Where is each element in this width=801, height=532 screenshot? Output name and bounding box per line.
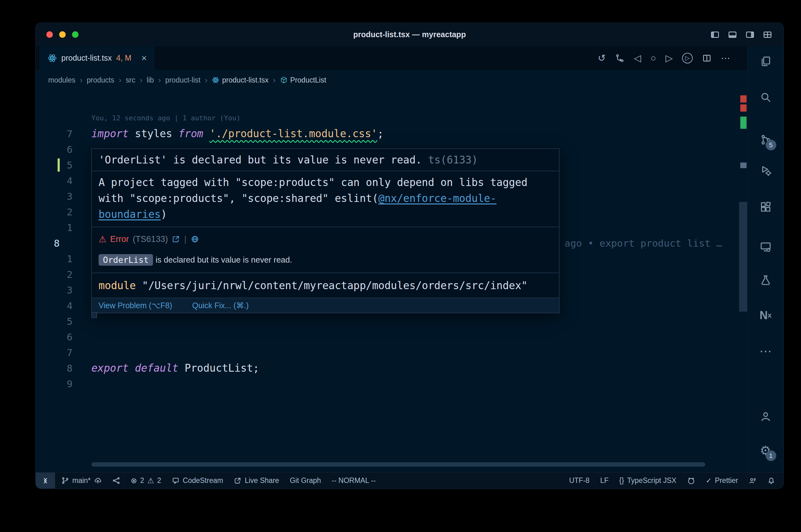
tab-close-icon[interactable]: × — [142, 53, 147, 63]
line-number[interactable]: 4 — [36, 173, 73, 189]
next-change-icon[interactable]: ▷ — [666, 54, 673, 63]
symbol-message-row: OrderList is declared but its value is n… — [98, 254, 552, 266]
line-number[interactable]: 6 — [36, 329, 73, 345]
remote-indicator[interactable] — [36, 473, 55, 489]
globe-icon[interactable] — [191, 235, 199, 243]
tab-label: product-list.tsx — [61, 54, 112, 62]
quick-fix-link[interactable]: Quick Fix... (⌘.) — [192, 301, 249, 310]
revert-change-icon[interactable]: ○ — [651, 54, 656, 63]
breadcrumb-file[interactable]: product-list.tsx — [212, 76, 269, 84]
breadcrumb-symbol[interactable]: ProductList — [280, 76, 326, 84]
timeline-icon[interactable]: ↺ — [598, 54, 606, 63]
horizontal-scrollbar[interactable] — [91, 462, 705, 467]
commit-graph-icon — [112, 477, 120, 484]
previous-change-icon[interactable]: ◁ — [634, 54, 641, 63]
more-actions-icon[interactable]: ⋯ — [721, 54, 730, 63]
line-number[interactable]: 4 — [36, 298, 73, 314]
braces-icon: {} — [619, 476, 624, 485]
extensions-icon[interactable] — [757, 198, 775, 216]
code-line[interactable]: 7 import styles from './product-list.mod… — [36, 126, 739, 141]
github-item[interactable] — [687, 477, 695, 485]
gitlens-graph-item[interactable] — [112, 477, 120, 484]
code-line[interactable]: 5 — [36, 314, 739, 329]
nx-console-icon[interactable]: Nx — [757, 307, 775, 324]
code-line[interactable]: 9 — [36, 376, 739, 392]
settings-gear-icon[interactable]: ⚙ 1 — [757, 442, 775, 459]
feedback-item[interactable] — [749, 477, 757, 484]
line-number[interactable]: 1 — [36, 220, 73, 235]
breadcrumb-modules[interactable]: modules — [48, 76, 75, 84]
hover-module-row: module "/Users/juri/nrwl/content/myreact… — [92, 272, 559, 298]
line-number[interactable]: 3 — [36, 189, 73, 204]
language-mode-item[interactable]: {} TypeScript JSX — [619, 476, 676, 485]
line-number[interactable]: 5 — [36, 314, 73, 329]
breadcrumb-separator: › — [119, 76, 121, 85]
encoding-item[interactable]: UTF-8 — [569, 476, 589, 485]
open-changes-icon[interactable] — [615, 54, 624, 63]
prettier-item[interactable]: ✓ Prettier — [706, 476, 738, 485]
additional-views-icon[interactable]: ⋯ — [757, 342, 775, 360]
line-number[interactable]: 3 — [36, 282, 73, 298]
view-problem-link[interactable]: View Problem (⌥F8) — [98, 301, 172, 310]
accounts-icon[interactable] — [757, 407, 775, 425]
explorer-icon[interactable] — [757, 53, 775, 70]
code-line[interactable]: 6 — [36, 329, 739, 345]
eol-item[interactable]: LF — [600, 476, 608, 485]
hover-resize-handle[interactable] — [91, 312, 97, 318]
check-icon: ✓ — [706, 476, 712, 485]
live-share-item[interactable]: Live Share — [234, 476, 279, 485]
space — [136, 280, 142, 292]
scrollbar-slider[interactable] — [739, 202, 748, 312]
toggle-primary-sidebar-icon[interactable] — [710, 30, 720, 39]
line-number[interactable]: 5 — [36, 157, 73, 173]
minimize-window-button[interactable] — [59, 31, 66, 38]
react-file-icon — [48, 54, 57, 63]
code-editor[interactable]: You, 12 seconds ago | 1 author (You) 7 i… — [36, 90, 748, 473]
diagnostic-source: ts(6133) — [428, 154, 478, 166]
customize-layout-icon[interactable] — [763, 30, 772, 39]
remote-explorer-icon[interactable] — [757, 238, 775, 256]
line-number[interactable]: 7 — [36, 345, 73, 360]
close-window-button[interactable] — [46, 31, 53, 38]
testing-icon[interactable] — [757, 271, 775, 289]
blame-annotation: You, 12 seconds ago | 1 author (You) — [91, 110, 241, 126]
breadcrumb-products[interactable]: products — [87, 76, 114, 84]
code-line[interactable]: 8 export default ProductList; — [36, 360, 739, 376]
search-icon[interactable] — [757, 89, 775, 106]
codestream-icon — [172, 477, 180, 484]
error-label: Error — [110, 234, 129, 244]
code-line[interactable]: 7 — [36, 345, 739, 360]
vim-mode-indicator[interactable]: -- NORMAL -- — [332, 476, 376, 485]
zoom-window-button[interactable] — [72, 31, 78, 38]
breadcrumb-src[interactable]: src — [126, 76, 135, 84]
codestream-item[interactable]: CodeStream — [172, 476, 223, 485]
line-number[interactable]: 8 — [36, 360, 73, 376]
symbol-message: is declared but its value is never read. — [156, 255, 292, 265]
line-number[interactable]: 2 — [36, 204, 73, 220]
tab-product-list[interactable]: product-list.tsx 4, M × — [39, 46, 155, 70]
line-number[interactable]: 1 — [36, 251, 73, 267]
line-number[interactable]: 6 — [36, 141, 73, 157]
traffic-lights — [46, 23, 78, 46]
breadcrumb-lib[interactable]: lib — [147, 76, 154, 84]
source-control-badge: 5 — [766, 140, 776, 150]
breadcrumb-product-list[interactable]: product-list — [165, 76, 200, 84]
git-branch-item[interactable]: main* — [61, 476, 102, 485]
open-docs-external-icon[interactable] — [172, 235, 180, 243]
toggle-panel-icon[interactable] — [728, 30, 737, 39]
line-number[interactable]: 7 — [36, 126, 73, 141]
line-number[interactable]: 2 — [36, 267, 73, 282]
problems-item[interactable]: ⊗ 2 ⚠ 2 — [131, 476, 161, 485]
breadcrumb-separator: › — [205, 76, 207, 85]
current-line-number[interactable]: 8 — [36, 235, 73, 251]
breadcrumb-separator: › — [158, 76, 161, 85]
git-graph-item[interactable]: Git Graph — [290, 476, 321, 485]
toggle-secondary-sidebar-icon[interactable] — [745, 30, 755, 39]
eslint-rule-close: ) — [161, 208, 167, 220]
notifications-item[interactable] — [767, 477, 775, 485]
run-code-icon[interactable]: ▷ — [682, 53, 693, 63]
source-control-icon[interactable]: 5 — [757, 131, 775, 149]
line-number[interactable]: 9 — [36, 376, 73, 392]
run-debug-icon[interactable] — [757, 162, 775, 179]
split-editor-icon[interactable] — [702, 54, 711, 63]
